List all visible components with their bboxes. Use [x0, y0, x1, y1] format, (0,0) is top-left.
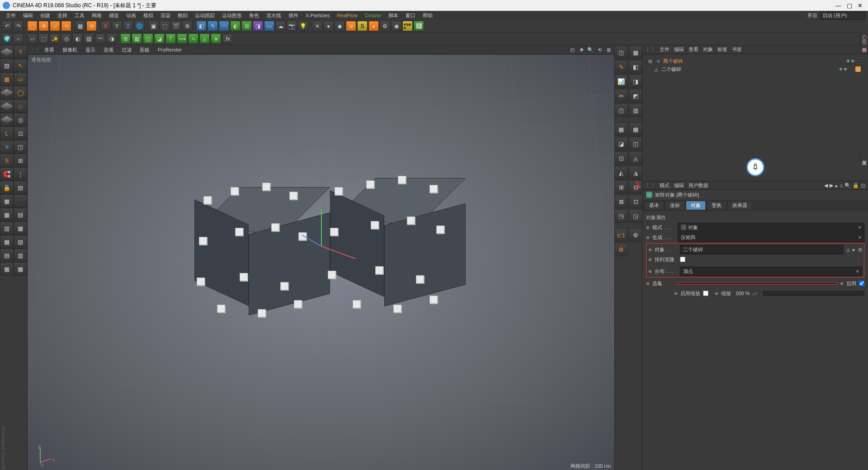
empty-palette-4[interactable]: ▥	[0, 221, 14, 235]
object-tree[interactable]: ⊟ ⁜ 两个破碎 ✓ ◬ 二个破碎	[642, 54, 868, 181]
scale-enable-checkbox[interactable]	[703, 291, 708, 296]
snap-s-button[interactable]: S	[0, 154, 14, 167]
scale-spinner[interactable]: ▴▾	[752, 291, 758, 296]
menu-realflow[interactable]: RealFlow	[334, 12, 361, 19]
attr-nav-back[interactable]: ◀	[824, 183, 828, 188]
null-button[interactable]: ○	[13, 33, 24, 44]
cube-primitive-button[interactable]: ◧	[196, 21, 207, 31]
rp-btn-9[interactable]: ◭	[614, 166, 628, 179]
light-button[interactable]: 💡	[298, 21, 308, 31]
menu-character[interactable]: 角色	[246, 11, 262, 20]
object-mode-button[interactable]	[0, 86, 14, 99]
attr-tab-mode[interactable]: 模式	[660, 182, 670, 189]
mograph-cloner-button[interactable]: ⊞	[120, 33, 131, 44]
help-icon[interactable]: ?	[14, 45, 27, 59]
obj-tab-view[interactable]: 查看	[689, 46, 698, 53]
vp-menu-camera[interactable]: 摄像机	[59, 46, 81, 54]
vis-render-dot[interactable]	[851, 60, 854, 62]
object-link-field[interactable]: 二个破碎	[680, 245, 844, 254]
deformer-button[interactable]: ▭	[264, 21, 274, 31]
rp-btn-1b[interactable]: ▦	[629, 46, 642, 59]
edge-mode-button[interactable]	[0, 113, 14, 127]
menu-octane[interactable]: Octane	[362, 12, 384, 19]
menu-create[interactable]: 创建	[37, 11, 53, 20]
vp-nav-3-icon[interactable]: 🔍	[587, 46, 594, 53]
vp-nav-2-icon[interactable]: ✥	[578, 46, 585, 53]
move-button[interactable]: ✥	[38, 21, 49, 31]
obj-tab-file[interactable]: 文件	[660, 46, 670, 53]
axis-y-button[interactable]: Y	[112, 21, 122, 31]
attr-nav-up[interactable]: ▴	[835, 183, 838, 188]
obj-handle-icon[interactable]: ⋮⋮	[645, 47, 655, 52]
menu-simulate[interactable]: 模拟	[140, 11, 156, 20]
mograph-spline-button[interactable]: ∿	[188, 33, 198, 44]
menu-animate[interactable]: 动画	[123, 11, 139, 20]
loop-select-button[interactable]: ◎	[61, 33, 71, 44]
tree-item-voronoi[interactable]: ◬ 二个破碎	[645, 65, 865, 73]
rp-btn-7b[interactable]: ◫	[629, 137, 642, 150]
menu-file[interactable]: 文件	[3, 11, 19, 20]
empty-palette-6[interactable]: ▩	[0, 235, 14, 249]
side-tab-layers[interactable]: 图层	[860, 154, 868, 161]
vp-handle-icon[interactable]: ⋮⋮	[30, 47, 40, 53]
generate-dropdown[interactable]: 仅矩阵▾	[678, 233, 864, 242]
rect-select-button[interactable]: ▭	[14, 72, 27, 86]
side-tab-plugin[interactable]: C4D插件网	[860, 32, 868, 48]
rp-btn-12b[interactable]: ◲	[629, 209, 642, 223]
rp-btn-1[interactable]: ◫	[614, 46, 628, 59]
texture-mode-button[interactable]: ▦	[0, 72, 14, 86]
menu-window[interactable]: 窗口	[402, 11, 419, 20]
empty-palette-7[interactable]: ▨	[14, 235, 27, 249]
axis-z-button[interactable]: Z	[123, 21, 133, 31]
empty-palette-5[interactable]: ▦	[14, 221, 27, 235]
mograph-text-button[interactable]: T	[165, 33, 176, 44]
rp-btn-4[interactable]: ✂	[614, 89, 628, 103]
minimize-button[interactable]: —	[835, 2, 841, 9]
tree-label-matrix[interactable]: 两个破碎	[663, 58, 683, 65]
vp-menu-options[interactable]: 选项	[100, 46, 117, 54]
rp-btn-8b[interactable]: ◬	[629, 151, 642, 165]
rp-btn-11b[interactable]: ⊡	[629, 195, 642, 208]
rp-btn-8[interactable]: ⊡	[614, 151, 628, 165]
globe-button[interactable]: 🌍	[2, 33, 12, 44]
poly-select-button[interactable]: ◇	[14, 99, 27, 113]
empty-palette-10[interactable]: ▦	[0, 262, 14, 276]
rp-btn-9b[interactable]: ◮	[629, 166, 642, 179]
expand-icon[interactable]: ⊟	[647, 58, 653, 64]
subdivision-button[interactable]: ◐	[230, 21, 241, 31]
cursor-button[interactable]: ↖	[14, 59, 27, 72]
magnet-button[interactable]: 🧲	[0, 167, 14, 181]
menu-mesh[interactable]: 网格	[89, 11, 105, 20]
attr-nav-fwd[interactable]: ▶	[830, 183, 833, 188]
point-mode-button[interactable]	[0, 99, 14, 113]
attr-tab-object[interactable]: 对象	[686, 201, 706, 210]
magic-wand-button[interactable]: ✨	[50, 33, 60, 44]
model-mode-button[interactable]: ▨	[0, 59, 14, 72]
menu-sculpt[interactable]: 雕刻	[175, 11, 191, 20]
menu-xparticles[interactable]: X-Particles	[302, 12, 333, 19]
rp-btn-6[interactable]: ▦	[614, 122, 628, 136]
rp-btn-4b[interactable]: ◩	[629, 89, 642, 103]
effector-button[interactable]: ※	[211, 33, 221, 44]
vp-nav-1-icon[interactable]: ◰	[569, 46, 576, 53]
close-button[interactable]: ✕	[858, 2, 863, 9]
attr-tab-basic[interactable]: 基本	[644, 201, 664, 210]
rp-btn-10[interactable]: ⊞	[614, 180, 628, 194]
rp-btn-5b[interactable]: ▥	[629, 103, 642, 117]
menu-tracking[interactable]: 运动跟踪	[192, 11, 218, 20]
attr-tab-effector[interactable]: 效果器	[727, 201, 752, 210]
rp-btn-5[interactable]: ◫	[614, 103, 628, 117]
selection-field[interactable]	[678, 282, 837, 285]
attr-nav-lock[interactable]: 🔒	[853, 183, 859, 188]
attr-tab-edit[interactable]: 编辑	[674, 182, 684, 189]
psr-button[interactable]: PSR0	[402, 21, 413, 31]
environment-button[interactable]: ☁	[275, 21, 286, 31]
rp-settings-button[interactable]: ⚙	[614, 243, 628, 256]
obj-tab-edit[interactable]: 编辑	[674, 46, 684, 53]
rp-btn-2b[interactable]: ◧	[629, 60, 642, 74]
menu-tools[interactable]: 工具	[71, 11, 88, 20]
rp-btn-10b[interactable]: ⊟	[629, 180, 642, 194]
obj-tab-bookmarks[interactable]: 书签	[732, 46, 742, 53]
vis-editor-dot[interactable]	[847, 60, 849, 62]
vp-nav-4-icon[interactable]: ⟲	[596, 46, 603, 53]
